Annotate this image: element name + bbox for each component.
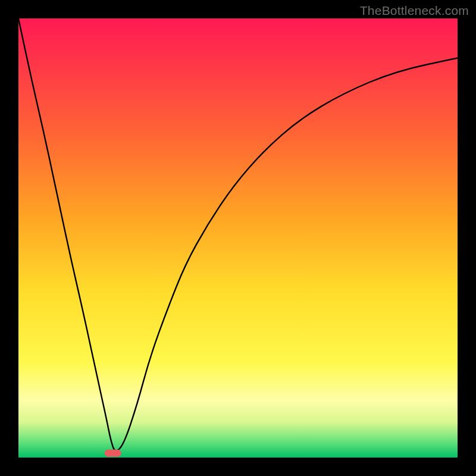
watermark-text: TheBottleneck.com: [360, 4, 469, 18]
curve-layer: [18, 18, 458, 458]
chart-frame: TheBottleneck.com: [0, 0, 476, 476]
minimum-marker: [105, 450, 121, 457]
plot-area: [18, 18, 458, 458]
curve-path: [18, 18, 458, 450]
